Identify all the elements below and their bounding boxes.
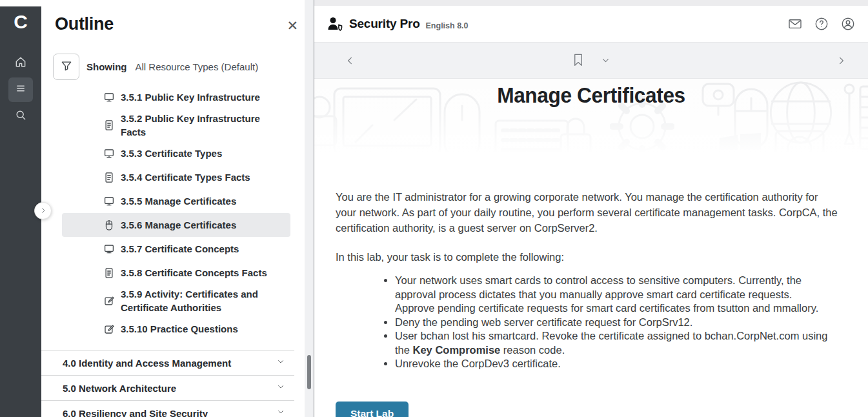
outline-item-list: 3.5.1 Public Key Infrastructure3.5.2 Pub… xyxy=(62,85,290,341)
outline-item-label: 3.5.6 Manage Certificates xyxy=(121,218,236,232)
panel-collapse-button[interactable] xyxy=(34,202,52,219)
main-area: Security Pro English 8.0 xyxy=(314,0,868,417)
filter-showing-label: Showing xyxy=(86,61,127,72)
outline-item[interactable]: 3.5.5 Manage Certificates xyxy=(62,189,290,213)
outline-item-label: 3.5.2 Public Key Infrastructure Facts xyxy=(121,112,285,139)
outline-item[interactable]: 3.5.3 Certificate Types xyxy=(62,141,290,165)
filter-funnel-icon xyxy=(60,59,73,75)
padlock-watermark-icon xyxy=(556,115,596,152)
outline-section-list: 4.0 Identity and Access Management5.0 Ne… xyxy=(41,350,294,417)
outline-scrollbar[interactable] xyxy=(305,0,314,417)
outline-item-label: 3.5.3 Certificate Types xyxy=(121,147,222,160)
outline-item[interactable]: 3.5.9 Activity: Certificates and Certifi… xyxy=(62,285,290,317)
outline-item[interactable]: 3.5.1 Public Key Infrastructure xyxy=(62,85,290,109)
outline-item-label: 3.5.9 Activity: Certificates and Certifi… xyxy=(121,287,285,314)
outline-item[interactable]: 3.5.2 Public Key Infrastructure Facts xyxy=(62,109,290,141)
outline-item[interactable]: 3.5.8 Certificate Concepts Facts xyxy=(62,261,290,285)
outline-section-label: 6.0 Resiliency and Site Security xyxy=(63,408,208,417)
outline-item[interactable]: 3.5.4 Certificate Types Facts xyxy=(62,165,290,189)
outline-item[interactable]: 3.5.7 Certificate Concepts xyxy=(62,237,290,261)
outline-section-label: 5.0 Network Architecture xyxy=(63,383,176,394)
outline-item-label: 3.5.7 Certificate Concepts xyxy=(121,242,239,256)
document-icon xyxy=(103,171,115,184)
monitor2-watermark-icon xyxy=(774,129,825,152)
document-icon xyxy=(103,119,115,132)
chevron-right-icon xyxy=(39,205,47,217)
app-window: C Outline ✕ xyxy=(0,0,868,417)
outline-section-label: 4.0 Identity and Access Management xyxy=(63,358,231,369)
outline-item-label: 3.5.5 Manage Certificates xyxy=(121,194,236,208)
security-pro-logo-icon xyxy=(327,16,343,32)
search-icon xyxy=(14,108,27,124)
forward-arrow-icon[interactable] xyxy=(836,55,846,69)
task-list: Your network uses smart cards to control… xyxy=(336,274,840,371)
app-version: English 8.0 xyxy=(426,21,469,30)
outline-item-label: 3.5.1 Public Key Infrastructure xyxy=(121,90,260,104)
app-header: Security Pro English 8.0 xyxy=(314,6,868,43)
outline-title: Outline xyxy=(55,14,114,34)
ruler-watermark-icon xyxy=(858,84,868,152)
task-item: Deny the pending web server certificate … xyxy=(395,316,840,330)
top-strip xyxy=(314,0,868,6)
edit-icon xyxy=(103,294,115,307)
close-icon[interactable]: ✕ xyxy=(287,19,298,32)
scenario-paragraph: You are the IT administrator for a growi… xyxy=(336,189,840,236)
outline-item-label: 3.5.8 Certificate Concepts Facts xyxy=(121,266,267,280)
account-icon[interactable] xyxy=(841,17,855,31)
outline-section[interactable]: 4.0 Identity and Access Management xyxy=(41,350,294,375)
start-lab-button[interactable]: Start Lab xyxy=(336,402,409,417)
outline-menu-button[interactable] xyxy=(8,77,33,102)
task-item: User bchan lost his smartcard. Revoke th… xyxy=(395,329,840,357)
outline-item[interactable]: 3.5.10 Practice Questions xyxy=(62,317,290,341)
outline-scrollbar-thumb[interactable] xyxy=(307,355,311,389)
task-item: Unrevoke the CorpDev3 certificate. xyxy=(395,357,840,371)
lesson-navbar xyxy=(314,43,868,79)
app-title: Security Pro xyxy=(349,17,420,31)
monitor-icon xyxy=(103,91,115,104)
rail-nav xyxy=(8,51,33,128)
filter-button[interactable] xyxy=(53,54,79,80)
monitor-icon xyxy=(103,147,115,160)
chevron-down-icon xyxy=(276,407,285,417)
outline-panel: Outline ✕ Showing All Resource Types (De… xyxy=(41,0,314,417)
edit-icon xyxy=(103,323,115,336)
outline-section[interactable]: 5.0 Network Architecture xyxy=(41,375,294,400)
monitor-icon xyxy=(103,243,115,256)
document-icon xyxy=(103,267,115,280)
outline-item[interactable]: 3.5.6 Manage Certificates xyxy=(62,213,290,237)
page-title: Manage Certificates xyxy=(334,83,849,108)
chevron-down-icon[interactable] xyxy=(601,56,611,65)
task-item: Your network uses smart cards to control… xyxy=(395,274,840,316)
task-intro: In this lab, your task is to complete th… xyxy=(336,249,840,265)
monitor-icon xyxy=(103,195,115,208)
menu-icon xyxy=(15,83,26,97)
help-icon[interactable] xyxy=(814,17,829,31)
outline-item-label: 3.5.4 Certificate Types Facts xyxy=(121,170,250,184)
chevron-down-icon xyxy=(276,382,285,394)
bookmark-icon[interactable] xyxy=(572,53,584,67)
mouse-icon xyxy=(103,219,115,232)
outline-section[interactable]: 6.0 Resiliency and Site Security xyxy=(41,400,294,417)
filter-value: All Resource Types (Default) xyxy=(136,61,259,72)
title-banner: Manage Certificates xyxy=(314,79,868,152)
search-button[interactable] xyxy=(8,104,33,128)
outline-item-label: 3.5.10 Practice Questions xyxy=(121,322,238,336)
lab-content: You are the IT administrator for a growi… xyxy=(314,152,868,417)
home-icon xyxy=(14,56,27,71)
mail-icon[interactable] xyxy=(788,17,802,31)
home-button[interactable] xyxy=(8,51,33,76)
brand-logo: C xyxy=(14,12,28,32)
windows-watermark-icon xyxy=(720,133,761,152)
chevron-down-icon xyxy=(276,357,285,369)
